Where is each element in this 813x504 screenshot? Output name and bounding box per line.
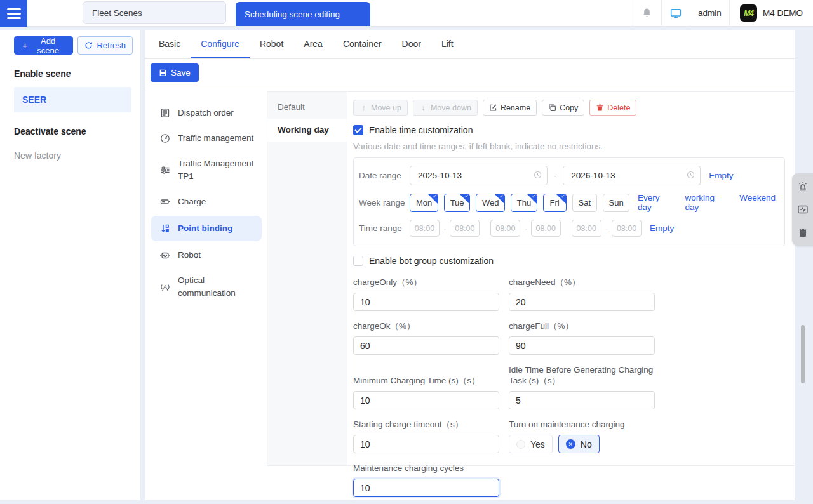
nav-item-optical-communication[interactable]: A Optical communication — [145, 268, 267, 306]
min-charging-time-input[interactable] — [353, 391, 499, 409]
date-end-input[interactable] — [563, 166, 701, 185]
field-charge-ok: chargeOk（%） — [353, 321, 499, 355]
user-menu[interactable]: admin — [690, 0, 729, 26]
weekend-link[interactable]: Weekend — [739, 193, 776, 212]
move-down-button[interactable]: ↓ Move down — [413, 100, 478, 116]
field-maintenance-cycles: Maintenance charging cycles — [353, 463, 499, 497]
maintenance-cycles-input[interactable] — [353, 479, 499, 497]
topbar-tab-scheduling-scene-editing[interactable]: Scheduling scene editing — [236, 2, 370, 26]
field-label: Maintenance charging cycles — [353, 463, 499, 474]
field-min-charging-time: Minimum Charging Time (s)（s） — [353, 364, 499, 409]
field-label: Idle Time Before Generating Charging Tas… — [509, 364, 655, 386]
antenna-icon: A — [160, 282, 171, 292]
add-scene-button[interactable]: + Add scene — [14, 36, 73, 55]
profile-item-default[interactable]: Default — [267, 96, 347, 119]
alarm-siren-button[interactable] — [796, 180, 810, 194]
m4-logo-icon: M4 — [740, 4, 757, 22]
date-start-input[interactable] — [410, 166, 548, 185]
copy-icon — [548, 103, 556, 112]
notifications-button[interactable] — [633, 0, 661, 26]
tab-lift[interactable]: Lift — [431, 30, 464, 58]
enable-scene-group-title: Enable scene — [14, 69, 140, 79]
topbar: Fleet Scenes Scheduling scene editing ad… — [0, 0, 813, 27]
radio-unselected-icon — [516, 440, 525, 449]
scene-item-seer[interactable]: SEER — [14, 87, 131, 112]
monitor-status-button[interactable] — [796, 202, 810, 216]
charge-need-input[interactable] — [509, 293, 655, 311]
charge-only-input[interactable] — [353, 293, 499, 311]
profile-item-working-day[interactable]: Working day — [267, 119, 347, 142]
save-icon — [159, 69, 167, 77]
week-range-label: Week range — [359, 198, 410, 208]
week-range-row: Week range Mon Tue Wed Thu Fri Sat Sun E… — [359, 193, 776, 212]
tab-container[interactable]: Container — [333, 30, 392, 58]
charge-ok-input[interactable] — [353, 336, 499, 355]
save-button[interactable]: Save — [151, 63, 199, 82]
tab-robot[interactable]: Robot — [250, 30, 293, 58]
field-maintenance-charging: Turn on maintenance charging Yes ✕ No — [509, 419, 655, 453]
time-input-1-start[interactable] — [410, 220, 440, 237]
day-button-tue[interactable]: Tue — [444, 194, 470, 212]
clock-icon — [687, 171, 695, 179]
time-empty-link[interactable]: Empty — [650, 223, 674, 233]
starting-charge-timeout-input[interactable] — [353, 435, 499, 453]
move-up-button[interactable]: ↑ Move up — [353, 100, 408, 116]
field-charge-only: chargeOnly（%） — [353, 277, 499, 311]
time-input-3-end[interactable] — [612, 220, 642, 237]
day-button-mon[interactable]: Mon — [410, 194, 438, 212]
checkbox-unchecked-icon — [353, 256, 363, 266]
brand: M4 M4 DEMO — [729, 0, 813, 26]
scene-sidebar: + Add scene Refresh Enable scene SEER De… — [0, 30, 140, 500]
working-day-link[interactable]: working day — [685, 193, 729, 212]
charge-fields: chargeOnly（%） chargeNeed（%） chargeOk（%） … — [353, 277, 786, 497]
remote-monitor-button[interactable] — [661, 0, 690, 26]
nav-item-point-binding[interactable]: Point binding — [151, 216, 262, 241]
topbar-tab-fleet-scenes[interactable]: Fleet Scenes — [83, 1, 226, 24]
clipboard-button[interactable] — [796, 225, 810, 239]
date-empty-link[interactable]: Empty — [709, 171, 733, 180]
rename-button[interactable]: Rename — [483, 100, 537, 116]
day-button-sat[interactable]: Sat — [572, 194, 597, 212]
refresh-button[interactable]: Refresh — [77, 36, 133, 55]
topbar-tab-label: Fleet Scenes — [92, 8, 142, 18]
time-input-1-end[interactable] — [450, 220, 480, 237]
enable-time-customization-checkbox[interactable]: Enable time customization — [353, 125, 786, 135]
day-button-thu[interactable]: Thu — [511, 194, 537, 212]
tab-configure[interactable]: Configure — [191, 30, 250, 58]
arrow-down-icon: ↓ — [419, 103, 427, 112]
field-starting-timeout: Starting charge timeout（s） — [353, 419, 499, 453]
charge-full-input[interactable] — [509, 336, 655, 355]
day-button-fri[interactable]: Fri — [543, 194, 567, 212]
field-idle-time: Idle Time Before Generating Charging Tas… — [509, 364, 655, 409]
day-button-wed[interactable]: Wed — [476, 194, 505, 212]
tab-area[interactable]: Area — [293, 30, 333, 58]
hamburger-menu-icon[interactable] — [0, 0, 27, 27]
nav-item-traffic-management[interactable]: Traffic management — [145, 126, 267, 151]
enable-bot-group-customization-checkbox[interactable]: Enable bot group customization — [353, 256, 786, 266]
time-range-label: Time range — [359, 223, 410, 233]
time-input-3-start[interactable] — [572, 220, 601, 237]
scene-item-new-factory[interactable]: New factory — [14, 150, 131, 161]
nav-item-dispatch-order[interactable]: Dispatch order — [145, 100, 267, 126]
field-label: chargeNeed（%） — [509, 277, 655, 288]
idle-time-input[interactable] — [509, 391, 655, 409]
tab-basic[interactable]: Basic — [149, 30, 191, 58]
nav-item-robot[interactable]: Robot — [145, 242, 267, 268]
topbar-tab-label: Scheduling scene editing — [245, 10, 340, 19]
tab-door[interactable]: Door — [392, 30, 431, 58]
copy-button[interactable]: Copy — [542, 100, 584, 116]
maintenance-charging-no-radio[interactable]: ✕ No — [558, 435, 600, 453]
nav-item-charge[interactable]: Charge — [145, 189, 267, 215]
delete-button[interactable]: Delete — [589, 100, 636, 116]
maintenance-charging-yes-radio[interactable]: Yes — [509, 435, 553, 453]
topbar-right: admin M4 M4 DEMO — [633, 0, 813, 26]
plus-icon: + — [22, 41, 28, 50]
every-day-link[interactable]: Every day — [638, 193, 674, 212]
sliders-icon — [160, 165, 171, 175]
day-button-sun[interactable]: Sun — [603, 194, 630, 212]
time-input-2-start[interactable] — [490, 220, 520, 237]
time-input-2-end[interactable] — [531, 220, 561, 237]
sort-points-icon — [160, 223, 171, 234]
scrollbar-thumb[interactable] — [801, 325, 805, 383]
nav-item-traffic-management-tp1[interactable]: Traffic Management TP1 — [145, 151, 267, 189]
